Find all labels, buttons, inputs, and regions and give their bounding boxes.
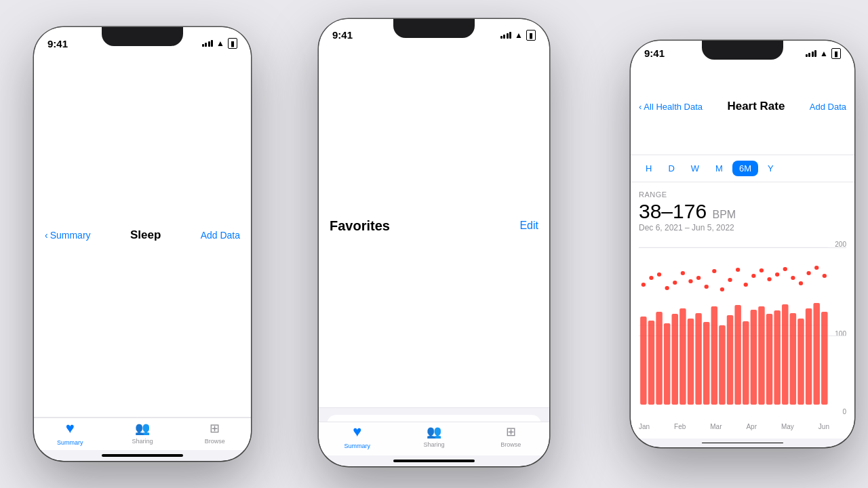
wifi-icon-middle: ▲ [515, 30, 523, 40]
tab-bar-left: ♥ Summary 👥 Sharing ⊞ Browse [34, 418, 251, 450]
edit-button[interactable]: Edit [519, 220, 538, 232]
svg-point-52 [665, 286, 669, 290]
home-indicator-left [102, 454, 183, 457]
signal-icon-right [806, 50, 817, 57]
browse-tab-icon-mid: ⊞ [506, 424, 516, 439]
svg-point-46 [642, 283, 646, 287]
svg-point-48 [649, 276, 653, 280]
svg-rect-75 [758, 306, 764, 405]
wifi-icon-right: ▲ [820, 49, 828, 58]
filter-h[interactable]: H [639, 161, 658, 176]
svg-rect-87 [806, 308, 812, 405]
notch-middle [393, 19, 475, 38]
svg-rect-71 [743, 321, 749, 405]
date-range: Dec 6, 2021 – Jun 5, 2022 [639, 223, 846, 232]
svg-rect-69 [734, 305, 741, 405]
svg-rect-53 [672, 314, 678, 405]
svg-rect-79 [774, 310, 780, 405]
time-filter-bar: H D W M 6M Y [631, 155, 854, 182]
svg-point-76 [760, 268, 764, 272]
chevron-left-right: ‹ [639, 102, 642, 112]
svg-point-90 [814, 266, 818, 270]
x-label-mar: Mar [710, 423, 722, 430]
tab-browse-left[interactable]: ⊞ Browse [178, 421, 251, 445]
svg-point-88 [806, 271, 810, 275]
phone-left: 9:41 ▲ ▮ ‹ Summary Sleep Add Data Highli… [34, 27, 251, 461]
svg-rect-73 [751, 310, 757, 405]
activity-card[interactable]: 🔥 Activity 9:36 AM › Move 375 [327, 415, 541, 422]
filter-y[interactable]: Y [761, 161, 781, 176]
svg-rect-77 [766, 314, 772, 405]
status-icons-left: ▲ ▮ [202, 38, 237, 49]
svg-rect-85 [797, 319, 804, 405]
svg-point-58 [688, 279, 692, 283]
tab-bar-middle: ♥ Summary 👥 Sharing ⊞ Browse [319, 422, 549, 455]
svg-rect-55 [679, 308, 686, 405]
back-button-left[interactable]: ‹ Summary [45, 230, 91, 241]
svg-rect-61 [703, 322, 709, 405]
x-label-jan: Jan [639, 423, 650, 430]
svg-rect-83 [790, 313, 796, 405]
svg-rect-57 [688, 319, 694, 405]
x-axis-labels: Jan Feb Mar Apr May Jun [639, 423, 829, 430]
svg-point-78 [767, 277, 771, 281]
svg-point-60 [696, 276, 701, 280]
heart-tab-icon: ♥ [66, 420, 75, 437]
filter-6m[interactable]: 6M [732, 161, 758, 176]
nav-bar-right: ‹ All Health Data Heart Rate Add Data [631, 59, 854, 155]
svg-rect-89 [813, 303, 819, 405]
add-data-button-right[interactable]: Add Data [810, 102, 846, 112]
battery-icon-middle: ▮ [526, 30, 536, 41]
bpm-range-display: 38–176 BPM [639, 200, 846, 223]
x-label-may: May [781, 423, 794, 430]
phone-middle: 9:41 ▲ ▮ Favorites Edit [319, 19, 549, 466]
heart-rate-page-title: Heart Rate [727, 100, 785, 113]
svg-rect-47 [648, 321, 654, 405]
svg-point-54 [673, 281, 677, 285]
svg-point-86 [799, 281, 803, 285]
tab-sharing-left[interactable]: 👥 Sharing [106, 421, 179, 445]
nav-bar-left: ‹ Summary Sleep Add Data [34, 53, 251, 418]
svg-point-92 [823, 274, 827, 278]
time-right: 9:41 [644, 47, 665, 59]
nav-bar-middle: Favorites Edit [319, 44, 549, 407]
filter-w[interactable]: W [684, 161, 706, 176]
svg-point-62 [705, 285, 709, 289]
heart-rate-content: RANGE 38–176 BPM Dec 6, 2021 – Jun 5, 20… [631, 182, 854, 439]
battery-icon-right: ▮ [831, 48, 841, 59]
svg-point-56 [681, 271, 685, 275]
svg-point-80 [775, 272, 779, 277]
hr-chart-svg [639, 241, 846, 410]
x-label-apr: Apr [746, 423, 757, 430]
browse-tab-icon: ⊞ [210, 421, 220, 436]
filter-d[interactable]: D [661, 161, 681, 176]
svg-point-66 [720, 287, 724, 291]
tab-sharing-middle[interactable]: 👥 Sharing [395, 424, 472, 448]
tab-summary-middle[interactable]: ♥ Summary [319, 423, 395, 449]
favorites-title: Favorites [330, 218, 390, 234]
chevron-left-icon: ‹ [45, 230, 48, 241]
tab-summary-left[interactable]: ♥ Summary [34, 420, 106, 446]
home-indicator-middle [393, 460, 475, 462]
heart-tab-icon-mid: ♥ [353, 423, 361, 441]
svg-point-84 [791, 276, 795, 280]
svg-rect-67 [727, 315, 733, 405]
signal-icon [202, 40, 214, 47]
status-icons-right: ▲ ▮ [806, 48, 841, 59]
sharing-tab-icon-mid: 👥 [427, 424, 441, 439]
svg-point-68 [728, 278, 732, 282]
signal-icon-middle [500, 32, 512, 39]
notch-right [702, 41, 783, 60]
svg-point-74 [751, 274, 755, 278]
svg-point-72 [744, 283, 748, 287]
back-section-right[interactable]: ‹ All Health Data [639, 102, 703, 112]
tab-browse-middle[interactable]: ⊞ Browse [473, 424, 549, 448]
svg-point-50 [657, 272, 661, 277]
filter-m[interactable]: M [709, 161, 730, 176]
heart-rate-chart: 200 100 0 [639, 241, 846, 430]
add-data-button-left[interactable]: Add Data [201, 230, 240, 241]
svg-rect-91 [821, 312, 827, 405]
battery-icon: ▮ [228, 38, 237, 49]
time-left: 9:41 [47, 38, 68, 49]
svg-rect-65 [719, 325, 725, 405]
